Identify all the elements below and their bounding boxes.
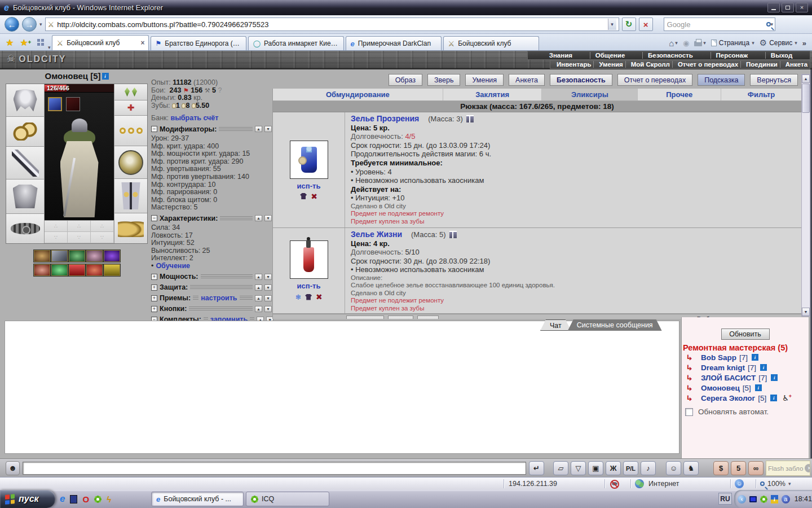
tab-system-messages[interactable]: Системные сообщения	[568, 319, 662, 331]
sort-by-name-button[interactable]: название	[346, 316, 384, 319]
move-up-icon[interactable]: ▲	[255, 274, 262, 280]
nav-anketa[interactable]: Анкета	[780, 61, 809, 68]
history-dropdown-icon[interactable]: ▾	[39, 21, 42, 27]
print-button[interactable]: ▾	[694, 40, 706, 46]
smiley-icon[interactable]: ☺	[666, 461, 681, 475]
nav-vykhod[interactable]: Выход	[765, 52, 793, 59]
tab-fight-club-2[interactable]: ⚔ Бойцовский клуб	[443, 36, 539, 50]
info-icon[interactable]: i	[771, 374, 778, 381]
info-icon[interactable]: i	[760, 364, 767, 371]
empty-ring-slot[interactable]: ∴	[45, 221, 68, 232]
search-icon[interactable]	[766, 22, 771, 27]
hide-icons-button[interactable]: ‹	[738, 495, 746, 503]
start-button[interactable]: пуск	[0, 490, 55, 508]
tab-close-icon[interactable]: ×	[140, 39, 144, 47]
bank-select-link[interactable]: выбрать счёт	[170, 114, 218, 122]
quick-tabs-caret-icon[interactable]: ▾	[48, 45, 51, 50]
clear-icon[interactable]: ▱	[553, 461, 568, 475]
weapon-slot[interactable]	[6, 147, 44, 179]
privacy-blocked-icon[interactable]	[610, 480, 619, 487]
nav-personazh[interactable]: Персонаж	[710, 52, 749, 59]
shield-slot[interactable]	[114, 146, 147, 179]
info-icon[interactable]: i	[755, 384, 762, 391]
player-link[interactable]: Dream knigt	[701, 364, 745, 372]
quick-tabs-icon[interactable]	[35, 36, 46, 49]
nav-umeniya[interactable]: Умения	[593, 61, 624, 68]
transfer-icon[interactable]	[305, 294, 312, 300]
icq-tray-icon[interactable]	[762, 498, 765, 501]
taskbar-task-icq[interactable]: ICQ	[246, 492, 329, 506]
opera-quicklaunch-icon[interactable]: O	[82, 494, 89, 504]
gift-icon[interactable]	[466, 115, 474, 122]
app-tray-icon[interactable]: a	[782, 495, 790, 503]
transfer-icon[interactable]	[300, 193, 307, 199]
move-down-icon[interactable]: ▼	[264, 126, 272, 132]
ability-icon-8[interactable]	[69, 264, 85, 276]
scroll-down-icon[interactable]: ▼	[802, 308, 810, 316]
configure-link[interactable]: настроить	[201, 294, 237, 302]
zver-button[interactable]: Зверь	[427, 74, 460, 86]
favorites-star-icon[interactable]: ★	[3, 36, 16, 49]
item-image[interactable]	[290, 141, 328, 179]
info-icon[interactable]: i	[770, 395, 777, 401]
vernutsya-button[interactable]: Вернуться	[750, 74, 798, 86]
leggings-slot[interactable]	[114, 179, 147, 213]
refresh-button[interactable]: Обновить	[721, 329, 770, 340]
app-quicklaunch-icon[interactable]	[70, 495, 77, 503]
people-icon[interactable]: ∞	[748, 461, 764, 475]
nav-skroll[interactable]: Мой Скролл	[625, 61, 671, 68]
helmet-slot[interactable]	[6, 84, 44, 117]
tab-rabota[interactable]: ◯ Работа инмаркет Киев, Вак...	[248, 36, 344, 50]
move-down-icon[interactable]: ▼	[264, 284, 272, 291]
amulet-slot[interactable]: ✚	[114, 100, 147, 116]
nav-obshchenie[interactable]: Общение	[590, 52, 626, 59]
restore-button[interactable]	[782, 3, 794, 12]
move-down-icon[interactable]: ▼	[264, 306, 272, 312]
address-input[interactable]	[57, 20, 604, 29]
empty-amulet-slot[interactable]: ∵	[45, 232, 68, 243]
armor-slot[interactable]	[6, 179, 44, 214]
item-name-link[interactable]: Зелье Прозрения	[351, 114, 419, 123]
ability-icon-5[interactable]	[104, 250, 120, 262]
perevody-button[interactable]: Отчет о переводах	[617, 74, 692, 86]
move-up-icon[interactable]: ▲	[255, 295, 262, 301]
tab-eliksiry[interactable]: Эликсиры	[542, 89, 638, 100]
tab-fight-club-1[interactable]: ⚔ Бойцовский клуб ×	[52, 35, 149, 50]
page-menu-button[interactable]: Страница ▾	[711, 39, 754, 47]
chevron-more-icon[interactable]: »	[802, 39, 806, 47]
tab-zaklyatiya[interactable]: Заклятия	[443, 89, 542, 100]
expand-icon[interactable]: +	[151, 295, 157, 301]
stop-button[interactable]: ×	[639, 17, 653, 31]
minimize-button[interactable]	[767, 3, 780, 12]
move-down-icon[interactable]: ▼	[264, 215, 272, 221]
tab-obmundirovanie[interactable]: Обмундирование	[273, 89, 443, 100]
nav-perevody[interactable]: Отчет о переводах	[672, 61, 739, 68]
back-button[interactable]: ←	[5, 17, 19, 32]
zoom-caret-icon[interactable]: ▾	[788, 481, 791, 487]
tab-prochee[interactable]: Прочее	[638, 89, 721, 100]
podskazka-button[interactable]: Подсказка	[698, 74, 745, 86]
move-up-icon[interactable]: ▲	[255, 215, 262, 221]
forward-button[interactable]: →	[22, 17, 37, 32]
send-icon[interactable]: ↵	[529, 461, 544, 475]
ability-icon-10[interactable]	[104, 264, 120, 276]
use-item-link[interactable]: исп-ть	[297, 182, 321, 190]
anketa-button[interactable]: Анкета	[509, 74, 545, 86]
use-item-link[interactable]: исп-ть	[297, 282, 321, 290]
player-link[interactable]: Bob Sapp	[701, 353, 736, 362]
ability-icon-1[interactable]	[34, 250, 50, 262]
nav-znaniya[interactable]: Знания	[544, 52, 573, 59]
ability-icon-9[interactable]	[86, 264, 103, 276]
gift-icon[interactable]	[449, 231, 457, 238]
sort-by-price-button[interactable]: цена	[388, 316, 413, 319]
info-icon[interactable]: i	[102, 73, 109, 80]
private-log-button[interactable]: P/L	[623, 461, 638, 475]
auto-refresh-checkbox[interactable]	[685, 408, 693, 416]
phishing-filter-icon[interactable]: ☺	[735, 479, 744, 488]
empty-amulet-slot[interactable]: ∵	[68, 232, 91, 243]
scroll-up-icon[interactable]: ▲	[802, 75, 810, 83]
chat-input[interactable]	[23, 462, 526, 475]
sound-icon[interactable]: ♪	[641, 461, 656, 475]
move-up-icon[interactable]: ▲	[255, 126, 262, 132]
smileys-button[interactable]: ☻	[6, 461, 20, 475]
